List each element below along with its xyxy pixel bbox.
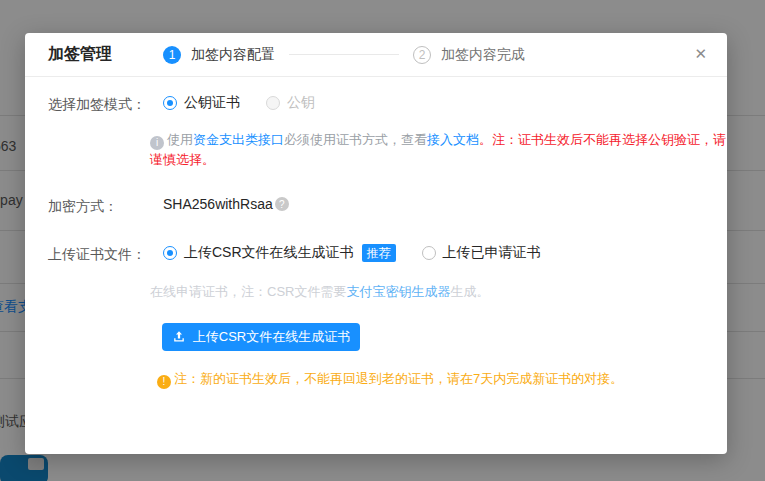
cert-switch-warning: !注：新的证书生效后，不能再回退到老的证书，请在7天内完成新证书的对接。 <box>157 370 623 389</box>
radio-public-key-label[interactable]: 公钥 <box>287 94 315 112</box>
note-text-2: 必须使用证书方式，查看 <box>284 132 427 147</box>
hint-text-1: 在线申请证书，注：CSR文件需要 <box>150 284 346 299</box>
radio-upload-existing[interactable] <box>422 246 436 260</box>
radio-public-key[interactable] <box>266 96 280 110</box>
note-text-1: 使用 <box>167 132 193 147</box>
recommended-badge: 推荐 <box>362 244 396 262</box>
encrypt-method-value: SHA256withRsaa <box>163 196 273 212</box>
step-connector-line <box>289 54 399 55</box>
encrypt-method-label: 加密方式： <box>48 198 118 216</box>
docs-link[interactable]: 接入文档 <box>427 132 479 147</box>
step-1-circle: 1 <box>163 46 181 64</box>
radio-public-key-cert[interactable] <box>163 96 177 110</box>
cert-switch-warning-text: 注：新的证书生效后，不能再回退到老的证书，请在7天内完成新证书的对接。 <box>174 371 623 386</box>
upload-csr-button[interactable]: 上传CSR文件在线生成证书 <box>162 323 360 351</box>
radio-upload-csr-label[interactable]: 上传CSR文件在线生成证书 <box>184 244 354 262</box>
warning-icon: ! <box>157 375 171 389</box>
upload-cert-label: 上传证书文件： <box>48 246 146 264</box>
step-2-circle: 2 <box>413 46 431 64</box>
upload-icon <box>172 330 186 344</box>
upload-cert-options: 上传CSR文件在线生成证书 推荐 上传已申请证书 <box>163 244 541 262</box>
radio-upload-csr[interactable] <box>163 246 177 260</box>
sign-mode-label: 选择加签模式： <box>48 96 146 114</box>
radio-upload-existing-label[interactable]: 上传已申请证书 <box>443 244 541 262</box>
dialog-title: 加签管理 <box>48 44 112 65</box>
radio-public-key-cert-label[interactable]: 公钥证书 <box>184 94 240 112</box>
cert-mode-note: i使用资金支出类接口必须使用证书方式，查看接入文档。注：证书生效后不能再选择公钥… <box>150 130 728 170</box>
page: 563 ipay 查看支 测试应 加签管理 1 加签内容配置 2 加签内容完成 … <box>0 0 765 481</box>
upload-csr-button-label: 上传CSR文件在线生成证书 <box>193 328 350 346</box>
close-icon[interactable]: ✕ <box>694 46 707 61</box>
info-icon: i <box>150 136 164 150</box>
csr-hint: 在线申请证书，注：CSR文件需要支付宝密钥生成器生成。 <box>150 283 489 301</box>
funds-api-link[interactable]: 资金支出类接口 <box>193 132 284 147</box>
step-1-label: 加签内容配置 <box>191 46 275 64</box>
encrypt-method-row: SHA256withRsaa ? <box>163 196 289 212</box>
sign-mode-options: 公钥证书 公钥 <box>163 94 315 112</box>
step-2-label: 加签内容完成 <box>441 46 525 64</box>
signature-management-dialog: 加签管理 1 加签内容配置 2 加签内容完成 ✕ 选择加签模式： 公钥证书 公钥… <box>25 33 727 454</box>
dialog-header: 加签管理 1 加签内容配置 2 加签内容完成 ✕ <box>25 33 727 77</box>
hint-text-2: 生成。 <box>450 284 489 299</box>
key-generator-link[interactable]: 支付宝密钥生成器 <box>346 284 450 299</box>
help-icon[interactable]: ? <box>275 197 289 211</box>
steps-indicator: 1 加签内容配置 2 加签内容完成 <box>163 46 525 64</box>
